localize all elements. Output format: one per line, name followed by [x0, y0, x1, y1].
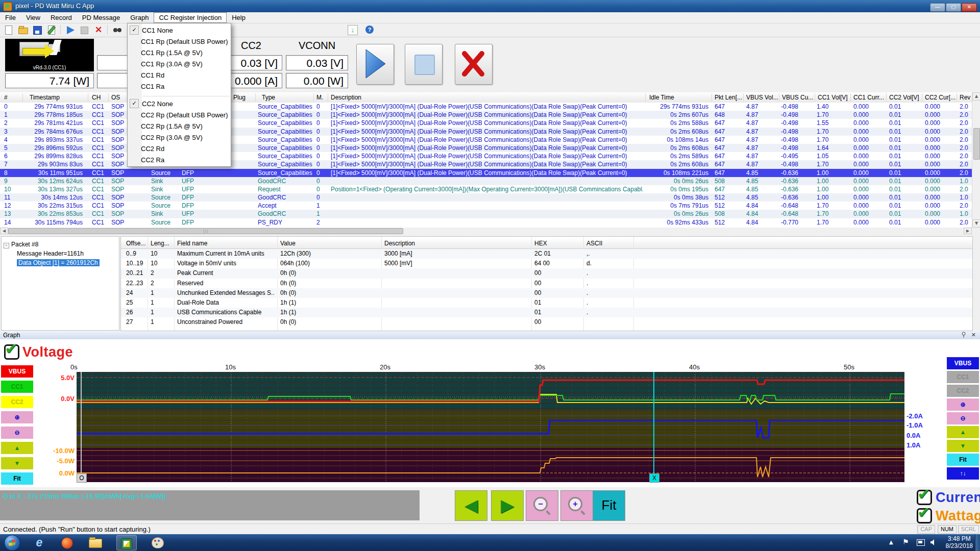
scroll-down-icon[interactable]: ▼: [972, 219, 980, 228]
legend-button[interactable]: CC1: [1, 381, 33, 393]
tray-volume-icon[interactable]: [930, 539, 937, 546]
col-header[interactable]: Description: [384, 240, 415, 247]
col-header[interactable]: Type: [262, 94, 275, 101]
legend-button[interactable]: ⊖: [947, 412, 979, 424]
field-row[interactable]: 0..9 10 Maximum Current in 10mA units 12…: [121, 249, 972, 259]
col-header[interactable]: CC2 Cur[...: [925, 94, 955, 101]
col-header[interactable]: CC1 Curr...: [853, 94, 884, 101]
taskbar-clock[interactable]: 3:48 PM 8/23/2018: [946, 535, 973, 549]
menu-file[interactable]: File: [0, 12, 21, 23]
table-row[interactable]: 12 30s 22ms 315us CC1 SOP Source DFP Acc…: [0, 202, 972, 210]
tree-item-packet[interactable]: −Packet #8: [2, 240, 119, 249]
tray-network-icon[interactable]: [917, 539, 925, 546]
menu-item[interactable]: CC1 Rp (3.0A @ 5V): [128, 58, 231, 69]
tray-expand-icon[interactable]: ▲: [889, 539, 893, 545]
table-row[interactable]: 10 30s 13ms 327us CC1 SOP Sink UFP Reque…: [0, 185, 972, 193]
voltage-checkbox[interactable]: ✔: [4, 344, 19, 360]
legend-button[interactable]: CC1: [947, 371, 979, 383]
legend-button[interactable]: Fit: [1, 472, 33, 485]
col-header[interactable]: CC1 Vol[V]: [818, 94, 848, 101]
menu-item[interactable]: CC2 Rp (1.5A @ 5V): [128, 120, 231, 132]
menu-item[interactable]: CC2 Rp (Default USB Power): [128, 109, 231, 120]
scroll-thumb[interactable]: [973, 128, 980, 160]
minimize-button[interactable]: —: [930, 3, 945, 12]
menu-item[interactable]: CC1 Rp (Default USB Power): [128, 36, 231, 47]
col-header[interactable]: VBUS Cu...: [782, 94, 813, 101]
graph-plot[interactable]: [77, 372, 904, 482]
menu-cc-register-injection[interactable]: CC Register Injection: [154, 12, 227, 23]
legend-button[interactable]: CC2: [1, 396, 33, 408]
help-icon[interactable]: ?: [364, 24, 376, 36]
run-icon[interactable]: [64, 24, 76, 36]
taskbar-explorer-icon[interactable]: [86, 535, 105, 549]
col-header[interactable]: Value: [280, 240, 296, 247]
field-row[interactable]: 27 1 Unconstrained Powered 0h (0) 00: [121, 317, 972, 327]
delete-button[interactable]: [455, 44, 493, 85]
col-header[interactable]: Plug: [233, 94, 246, 101]
menu-help[interactable]: Help: [227, 12, 251, 23]
menu-item[interactable]: CC1 Ra: [128, 81, 231, 92]
menu-item[interactable]: ✓ CC2 None: [128, 98, 231, 109]
field-row[interactable]: 20..21 2 Peak Current 0h (0) 00 .: [121, 268, 972, 278]
scroll-left-icon[interactable]: ◀: [0, 228, 8, 234]
menu-item[interactable]: CC1 Rd: [128, 69, 231, 81]
save-icon[interactable]: [32, 24, 43, 36]
col-header[interactable]: ASCII: [586, 240, 602, 247]
tree-item-message-header[interactable]: Message Header=1161h: [2, 249, 119, 258]
run-button[interactable]: [356, 44, 394, 85]
menu-item[interactable]: [143, 92, 230, 96]
menu-pd-message[interactable]: PD Message: [77, 12, 125, 23]
current-checkbox[interactable]: ✔: [917, 490, 932, 505]
col-header[interactable]: Pkt Len[...: [715, 94, 742, 101]
legend-button[interactable]: ↑↓: [947, 467, 979, 480]
legend-button[interactable]: ▲: [947, 426, 979, 438]
taskbar-media-player-icon[interactable]: [57, 535, 77, 549]
legend-button[interactable]: ▼: [1, 457, 33, 469]
close-button[interactable]: ✕: [962, 3, 977, 12]
tree-item-data-object[interactable]: Data Object [1] = 2601912Ch: [2, 258, 119, 267]
x-cursor-marker[interactable]: X: [649, 473, 659, 483]
edit-icon[interactable]: [46, 24, 57, 36]
pan-left-button[interactable]: ◀: [455, 490, 487, 521]
o-cursor-marker[interactable]: O: [77, 473, 87, 483]
open-file-icon[interactable]: [17, 24, 29, 36]
zoom-in-button[interactable]: +: [560, 490, 593, 521]
col-header[interactable]: M.: [316, 94, 323, 101]
menu-view[interactable]: View: [21, 12, 45, 23]
pin-icon[interactable]: [961, 332, 967, 339]
maximize-button[interactable]: ▢: [946, 3, 961, 12]
new-file-icon[interactable]: [3, 24, 14, 36]
menu-item[interactable]: CC2 Rp (3.0A @ 5V): [128, 132, 231, 143]
delete-icon[interactable]: ✕: [93, 24, 104, 36]
stop-icon[interactable]: [79, 24, 90, 36]
field-row[interactable]: 26 1 USB Communications Capable 1h (1) 0…: [121, 308, 972, 317]
legend-button[interactable]: CC2: [947, 385, 979, 397]
wattage-checkbox[interactable]: ✔: [917, 508, 932, 523]
table-row[interactable]: 11 30s 14ms 12us CC1 SOP Source DFP Good…: [0, 193, 972, 202]
tray-flag-icon[interactable]: ⚑: [902, 538, 909, 546]
field-row[interactable]: 24 1 Unchunked Extended Messages S... 0h…: [121, 288, 972, 298]
show-desktop-button[interactable]: [975, 534, 980, 551]
col-header[interactable]: #: [4, 94, 8, 101]
col-header[interactable]: CH: [92, 94, 101, 101]
scroll-right-icon[interactable]: ▶: [964, 228, 972, 234]
legend-button[interactable]: ▼: [947, 440, 979, 452]
fit-button[interactable]: Fit: [593, 490, 625, 521]
legend-button[interactable]: ▲: [1, 442, 33, 454]
col-header[interactable]: Idle Time: [649, 94, 674, 101]
menu-record[interactable]: Record: [45, 12, 77, 23]
legend-button[interactable]: VBUS: [1, 365, 33, 378]
col-header[interactable]: CC2 Vol[V]: [889, 94, 919, 101]
table-row[interactable]: 9 30s 12ms 624us CC1 SOP Sink UFP GoodCR…: [0, 177, 972, 185]
col-header[interactable]: Timestamp: [30, 94, 60, 101]
col-header[interactable]: Field name: [177, 240, 207, 247]
legend-button[interactable]: Fit: [947, 454, 979, 466]
menu-item[interactable]: CC1 Rp (1.5A @ 5V): [128, 47, 231, 58]
col-header[interactable]: Offse...: [126, 240, 145, 247]
col-header[interactable]: Leng...: [151, 240, 169, 247]
col-header[interactable]: Rev: [960, 94, 970, 101]
table-row[interactable]: 14 30s 115ms 794us CC1 SOP Source DFP PS…: [0, 218, 972, 227]
table-row[interactable]: 8 30s 11ms 951us CC1 SOP Source DFP Sour…: [0, 169, 972, 177]
scroll-up-icon[interactable]: ▲: [972, 92, 980, 101]
import-icon[interactable]: ↓: [347, 24, 358, 36]
